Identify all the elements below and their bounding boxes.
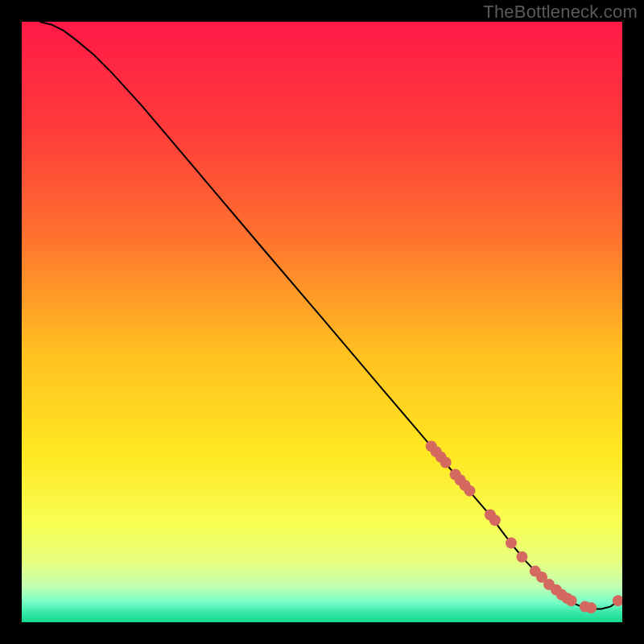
marker-dot bbox=[489, 514, 501, 526]
chart-container: TheBottleneck.com bbox=[0, 0, 644, 644]
gradient-rect bbox=[22, 22, 622, 622]
plot-area bbox=[22, 22, 622, 622]
marker-dot bbox=[464, 485, 476, 497]
marker-dot bbox=[566, 595, 577, 606]
chart-svg bbox=[22, 22, 622, 622]
watermark-text: TheBottleneck.com bbox=[483, 2, 638, 23]
marker-dot bbox=[516, 551, 527, 563]
marker-dot bbox=[585, 602, 597, 613]
marker-dot bbox=[440, 457, 452, 469]
marker-dot bbox=[506, 538, 517, 549]
